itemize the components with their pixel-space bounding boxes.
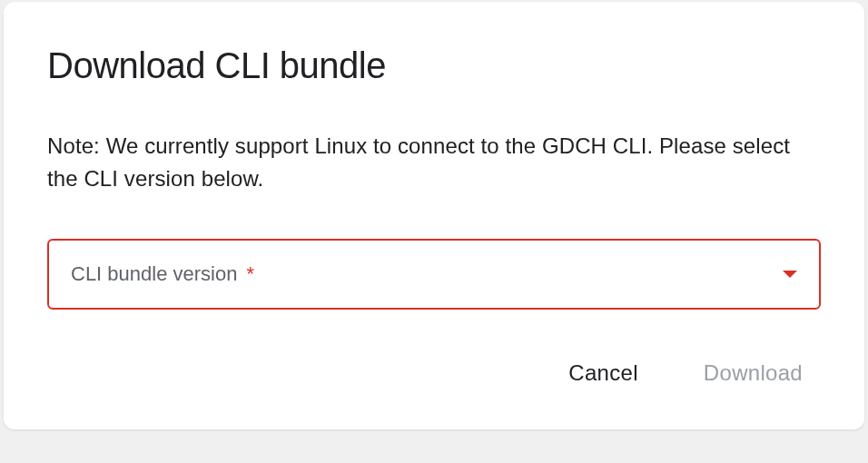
select-label: CLI bundle version *: [71, 262, 783, 286]
download-button[interactable]: Download: [700, 353, 806, 393]
dialog-description: Note: We currently support Linux to conn…: [47, 130, 821, 195]
download-cli-dialog: Download CLI bundle Note: We currently s…: [4, 2, 864, 429]
select-label-text: CLI bundle version: [71, 262, 237, 285]
required-asterisk: *: [247, 262, 255, 285]
dialog-title: Download CLI bundle: [47, 45, 821, 86]
dialog-actions: Cancel Download: [47, 353, 821, 393]
cli-version-select[interactable]: CLI bundle version *: [47, 239, 821, 310]
cancel-button[interactable]: Cancel: [565, 353, 642, 393]
chevron-down-icon: [783, 271, 797, 278]
